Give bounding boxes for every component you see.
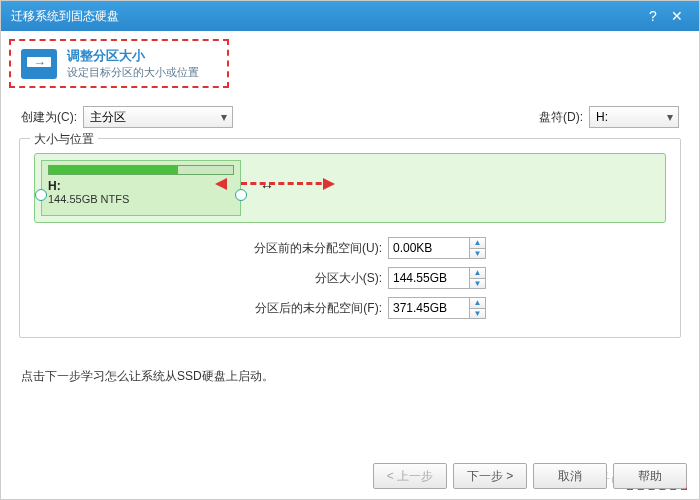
step-header: 调整分区大小 设定目标分区的大小或位置 xyxy=(9,39,229,88)
spinner-up-icon[interactable]: ▲ xyxy=(470,298,485,309)
space-before-label: 分区前的未分配空间(U): xyxy=(232,240,382,257)
space-before-input[interactable]: ▲▼ xyxy=(388,237,486,259)
resize-handle-left[interactable] xyxy=(35,189,47,201)
partition-size-input[interactable]: ▲▼ xyxy=(388,267,486,289)
resize-arrow-annotation xyxy=(241,182,331,185)
spinner-down-icon[interactable]: ▼ xyxy=(470,279,485,289)
space-before-field[interactable] xyxy=(389,238,469,258)
space-after-field[interactable] xyxy=(389,298,469,318)
cancel-button[interactable]: 取消 xyxy=(533,463,607,489)
step-title: 调整分区大小 xyxy=(67,47,199,65)
resize-handle-right[interactable] xyxy=(235,189,247,201)
partition-size-row: 分区大小(S): ▲▼ xyxy=(232,267,486,289)
spinner-down-icon[interactable]: ▼ xyxy=(470,309,485,319)
footer-buttons: < 上一步 下一步 > 取消 帮助 xyxy=(1,463,699,489)
space-after-row: 分区后的未分配空间(F): ▲▼ xyxy=(232,297,486,319)
partition-size-text: 144.55GB NTFS xyxy=(48,193,234,205)
spinner-up-icon[interactable]: ▲ xyxy=(470,268,485,279)
group-legend: 大小与位置 xyxy=(30,131,98,148)
step-subtitle: 设定目标分区的大小或位置 xyxy=(67,65,199,80)
next-button[interactable]: 下一步 > xyxy=(453,463,527,489)
help-icon[interactable]: ? xyxy=(641,8,665,24)
create-as-row: 创建为(C): 主分区 盘符(D): H: xyxy=(21,106,679,128)
close-icon[interactable]: ✕ xyxy=(665,8,689,24)
space-after-label: 分区后的未分配空间(F): xyxy=(232,300,382,317)
window-title: 迁移系统到固态硬盘 xyxy=(11,8,641,25)
spinner-down-icon[interactable]: ▼ xyxy=(470,249,485,259)
partition-bar[interactable]: H: 144.55GB NTFS xyxy=(34,153,666,223)
drive-letter-label: 盘符(D): xyxy=(539,109,583,126)
back-button[interactable]: < 上一步 xyxy=(373,463,447,489)
partition-size-field[interactable] xyxy=(389,268,469,288)
spinner-up-icon[interactable]: ▲ xyxy=(470,238,485,249)
partition-resize-icon xyxy=(21,49,57,79)
partition-name: H: xyxy=(48,179,234,193)
space-before-row: 分区前的未分配空间(U): ▲▼ xyxy=(232,237,486,259)
create-as-label: 创建为(C): xyxy=(21,109,77,126)
drive-letter-select[interactable]: H: xyxy=(589,106,679,128)
space-after-input[interactable]: ▲▼ xyxy=(388,297,486,319)
partition-size-label: 分区大小(S): xyxy=(232,270,382,287)
hint-text: 点击下一步学习怎么让系统从SSD硬盘上启动。 xyxy=(21,368,679,385)
usage-fill xyxy=(48,165,234,175)
create-as-select[interactable]: 主分区 xyxy=(83,106,233,128)
title-bar: 迁移系统到固态硬盘 ? ✕ xyxy=(1,1,699,31)
help-button[interactable]: 帮助 xyxy=(613,463,687,489)
size-position-group: 大小与位置 H: 144.55GB NTFS 分区前的未分配空间(U): ▲▼ … xyxy=(19,138,681,338)
